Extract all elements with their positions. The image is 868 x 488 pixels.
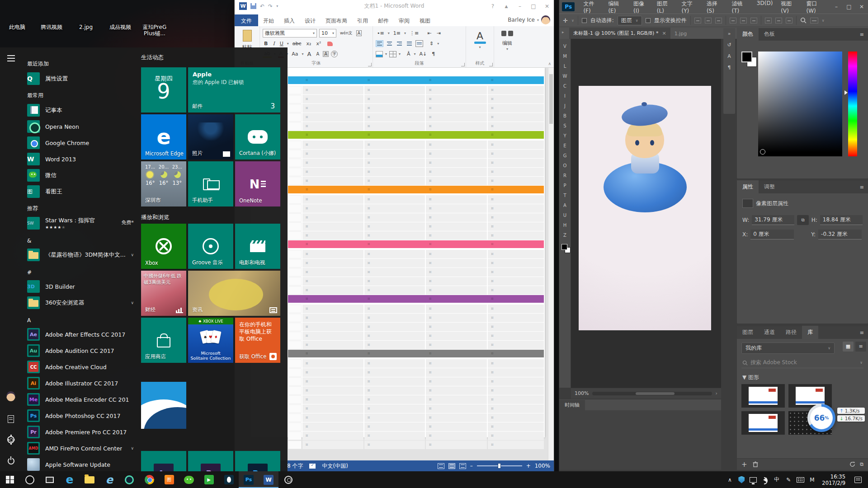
bold-button[interactable]: B: [263, 40, 269, 47]
ps-canvas[interactable]: [571, 39, 721, 388]
panel-menu-icon[interactable]: ≡: [860, 184, 864, 190]
ps-maximize-button[interactable]: □: [843, 1, 855, 12]
eraser-tool[interactable]: E: [560, 141, 570, 150]
link-dimensions-icon[interactable]: ⧉: [797, 215, 808, 225]
canvas-zoom[interactable]: 100%: [575, 390, 589, 396]
ps-menu-item[interactable]: 文字(Y): [678, 0, 703, 16]
power-button[interactable]: [6, 456, 15, 465]
auto-select-checkbox[interactable]: [582, 18, 587, 23]
ribbon-tab[interactable]: 开始: [258, 14, 279, 26]
word-title-bar[interactable]: W ↶ ↷ ▾ 文档1 - Microsoft Word ? ▲ – □ ✕: [235, 0, 554, 13]
styles-icon[interactable]: A: [469, 28, 491, 41]
library-item-card1[interactable]: [741, 384, 785, 408]
redo-button[interactable]: ↷: [268, 3, 273, 9]
crop-tool[interactable]: C: [560, 81, 570, 91]
app-star-wars[interactable]: Star Wars：指挥官 ★★★★★ 免费* ∨: [22, 215, 138, 231]
app-google-chrome[interactable]: Google Chrome ∨: [22, 135, 138, 151]
italic-button[interactable]: I: [271, 40, 276, 47]
save-button[interactable]: [250, 3, 256, 9]
tile-wave-app[interactable]: [141, 382, 186, 429]
zoom-out-button[interactable]: –: [470, 463, 473, 469]
ps-tab-untitled[interactable]: 未标题-1 @ 100% (图层 1, RGB/8) * ×: [569, 28, 670, 39]
ps-menu-item[interactable]: 选择(S): [703, 0, 728, 16]
section-header[interactable]: 最常用: [22, 87, 138, 102]
brush-tool[interactable]: B: [560, 111, 570, 121]
scroll-right-icon[interactable]: ›: [716, 390, 717, 396]
lasso-tool[interactable]: L: [560, 61, 570, 71]
share-link-icon[interactable]: ⧉: [860, 461, 863, 467]
sort-button[interactable]: A↓: [418, 51, 429, 57]
tile-get-office[interactable]: 在你的手机和平板电脑上获取 Office 获取 Office: [235, 318, 280, 363]
move-tool-icon[interactable]: ✛: [563, 17, 568, 24]
clear-format-icon[interactable]: [327, 42, 333, 46]
ribbon-tab[interactable]: 视图: [415, 14, 435, 26]
help-button[interactable]: ?: [486, 0, 500, 12]
tab-color[interactable]: 颜色: [737, 28, 759, 41]
app-creative-cloud[interactable]: CC Adobe Creative Cloud ∨: [22, 359, 138, 375]
taskbar-edge[interactable]: e: [60, 471, 80, 488]
word-count[interactable]: 8 个字: [287, 462, 303, 470]
align-left-icon[interactable]: [730, 18, 736, 23]
show-transform-checkbox[interactable]: [646, 18, 651, 23]
qat-dropdown-icon[interactable]: ▾: [276, 4, 278, 8]
ps-menu-item[interactable]: 3D(D): [753, 0, 777, 16]
app-amd-firepro[interactable]: AMD AMD FirePro Control Center ∨: [22, 440, 138, 456]
hand-tool[interactable]: H: [560, 221, 570, 230]
taskbar-file-explorer[interactable]: [80, 471, 99, 488]
justify-button[interactable]: [406, 40, 413, 47]
char-shading-button[interactable]: A: [323, 51, 329, 57]
tile-photoshop[interactable]: Ps: [235, 451, 280, 471]
app-word-2013[interactable]: Word 2013 ∨: [22, 151, 138, 167]
panel-tab[interactable]: 路径: [780, 326, 802, 339]
dodge-tool[interactable]: R: [560, 171, 570, 180]
shading-button[interactable]: [376, 51, 383, 57]
char-border-button[interactable]: A: [356, 30, 362, 36]
eyedropper-tool[interactable]: I: [560, 91, 570, 101]
taskbar-ie[interactable]: e: [99, 471, 119, 488]
expand-chevron-icon[interactable]: ∨: [131, 446, 134, 450]
show-marks-button[interactable]: ¶: [430, 51, 436, 57]
section-header[interactable]: 最近添加: [22, 55, 138, 70]
taskbar-green-app[interactable]: ▶: [199, 471, 219, 488]
ps-menu-item[interactable]: 滤镜(T): [728, 0, 753, 16]
change-case-button[interactable]: Aa: [290, 51, 299, 57]
tile-phone-companion[interactable]: 手机助手: [188, 161, 233, 206]
app-illustrator[interactable]: Ai Adobe Illustrator CC 2017 ∨: [22, 375, 138, 391]
workspace-icon[interactable]: [810, 18, 818, 23]
blur-tool[interactable]: O: [560, 161, 570, 170]
ps-menu-item[interactable]: 图像(I): [629, 0, 653, 16]
app-3d-builder[interactable]: 3D Builder ∨: [22, 278, 138, 295]
taskbar-pic-viewer[interactable]: 图: [159, 471, 179, 488]
ps-menu-item[interactable]: 图层(L): [653, 0, 678, 16]
desktop-icon-2jpg[interactable]: 2.jpg: [69, 3, 103, 30]
expand-chevron-icon[interactable]: ∨: [131, 253, 134, 257]
m-tray-icon[interactable]: M: [807, 471, 817, 488]
section-header[interactable]: 推荐: [22, 200, 138, 215]
panel-tab[interactable]: 通道: [759, 326, 780, 339]
distribute-button[interactable]: [415, 40, 423, 47]
action-center-icon[interactable]: [854, 477, 862, 483]
accelerator-ball[interactable]: 66%: [807, 404, 835, 432]
hue-strip[interactable]: [848, 52, 857, 156]
ps-menu-item[interactable]: 编辑(E): [604, 0, 629, 16]
shrink-font-button[interactable]: A: [315, 51, 321, 57]
align-center-button[interactable]: [386, 40, 393, 47]
increase-indent-button[interactable]: ⇥: [435, 30, 442, 37]
decrease-indent-button[interactable]: ⇤: [426, 30, 433, 37]
taskbar-word[interactable]: W: [259, 471, 278, 488]
enclose-char-button[interactable]: 字: [331, 51, 338, 57]
paragraph-dialog-launcher[interactable]: [461, 63, 465, 66]
height-field[interactable]: 18.84 厘米: [820, 215, 863, 225]
tile-weather[interactable]: 17...20...23... 16°16°13° 深圳市: [141, 161, 186, 206]
auto-select-dropdown[interactable]: 图层∨: [618, 16, 642, 25]
borders-button[interactable]: [389, 51, 396, 57]
library-search[interactable]: 搜索 Adobe Stock ∨: [741, 357, 863, 368]
settings-button[interactable]: [6, 435, 15, 444]
color-fg-bg-swatch[interactable]: [741, 52, 757, 67]
ribbon-tab[interactable]: 审阅: [394, 14, 415, 26]
gradient-tool[interactable]: G: [560, 151, 570, 160]
x-field[interactable]: 0 厘米: [750, 230, 794, 239]
app-kantuwang[interactable]: 看图王 ∨: [22, 183, 138, 200]
panel-menu-icon[interactable]: ≡: [860, 32, 864, 38]
app-stardew-valley[interactable]: 《星露谷物语》3DM简体中文... ∨: [22, 247, 138, 263]
